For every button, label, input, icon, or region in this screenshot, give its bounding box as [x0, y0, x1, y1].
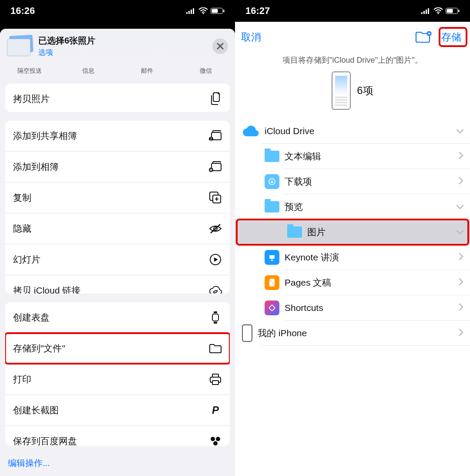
folder-name: 我的 iPhone [252, 327, 459, 339]
folder-row-我的-iPhone[interactable]: 我的 iPhone [235, 321, 470, 346]
save-info: 项目将存储到"iCloud Drive"上的"图片"。 6项 [235, 52, 470, 118]
play-icon [209, 253, 222, 266]
folder-list: iCloud Drive文本编辑下载项预览图片Keynote 讲演Pages 文… [235, 118, 470, 476]
battery-icon [211, 8, 225, 14]
wifi-icon [198, 7, 208, 14]
chevron-down-icon [456, 126, 464, 136]
selected-thumbnails [7, 35, 33, 57]
share-sheet: 已选择6张照片 选项 隔空投送 信息 邮件 微信 拷贝照片 [0, 29, 235, 476]
svg-rect-33 [447, 9, 453, 13]
nav-bar: 取消 存储 [235, 22, 470, 52]
icloud-icon [242, 125, 259, 138]
status-icons [421, 7, 460, 14]
svg-point-31 [437, 13, 439, 14]
pages-app-icon [265, 275, 279, 290]
baidu-icon [209, 435, 222, 446]
action-label: 复制 [13, 192, 31, 204]
close-icon [217, 43, 224, 50]
status-time: 16:26 [10, 5, 35, 17]
folder-name: 文本编辑 [279, 150, 459, 162]
wifi-icon [433, 7, 443, 14]
action-long-screenshot[interactable]: 创建长截图 P [5, 395, 230, 425]
share-target-wechat[interactable]: 微信 [176, 67, 235, 75]
action-label: 拷贝 iCloud 链接 [13, 284, 81, 293]
share-targets-row: 隔空投送 信息 邮件 微信 [0, 61, 235, 79]
status-bar-right: 16:27 [235, 0, 470, 22]
folder-name: 预览 [279, 201, 456, 213]
action-save-to-files[interactable]: 存储到"文件" [5, 333, 230, 364]
item-count: 6项 [357, 84, 373, 98]
action-slideshow[interactable]: 幻灯片 [5, 244, 230, 275]
svg-rect-28 [423, 11, 425, 14]
print-icon [209, 373, 222, 386]
svg-rect-20 [214, 322, 217, 324]
copy-docs-icon [209, 92, 222, 105]
sheet-header: 已选择6张照片 选项 [0, 29, 235, 61]
action-label: 创建长截图 [13, 404, 59, 416]
action-add-shared-album[interactable]: 添加到共享相簿 [5, 121, 230, 151]
action-print[interactable]: 打印 [5, 364, 230, 395]
svg-rect-6 [212, 9, 218, 13]
folder-row-下载项[interactable]: 下载项 [235, 169, 470, 194]
action-group-1: 拷贝照片 [5, 84, 230, 112]
action-hide[interactable]: 隐藏 [5, 213, 230, 244]
close-button[interactable] [212, 38, 228, 54]
share-target-messages[interactable]: 信息 [59, 67, 118, 75]
action-copy-photos[interactable]: 拷贝照片 [5, 84, 230, 112]
folder-row-文本编辑[interactable]: 文本编辑 [235, 144, 470, 169]
action-label: 添加到共享相簿 [13, 130, 77, 142]
action-save-baidu[interactable]: 保存到百度网盘 [5, 425, 230, 446]
action-create-watchface[interactable]: 创建表盘 [5, 302, 230, 333]
svg-point-24 [211, 437, 215, 441]
folder-blue-icon [265, 201, 279, 213]
add-album-icon [209, 160, 222, 173]
action-add-album[interactable]: 添加到相簿 [5, 151, 230, 182]
cellular-icon [421, 8, 431, 14]
share-target-airdrop[interactable]: 隔空投送 [0, 67, 59, 75]
svg-rect-7 [223, 10, 225, 12]
folder-row-Keynote-讲演[interactable]: Keynote 讲演 [235, 245, 470, 270]
options-link[interactable]: 选项 [38, 47, 207, 57]
chevron-right-icon [459, 277, 464, 288]
svg-rect-0 [186, 12, 188, 14]
watch-icon [209, 311, 222, 324]
action-group-2: 添加到共享相簿 添加到相簿 复制 隐藏 [5, 121, 230, 293]
folder-row-预览[interactable]: 预览 [235, 194, 470, 219]
svg-rect-23 [212, 381, 218, 385]
action-label: 拷贝照片 [13, 93, 50, 105]
duplicate-icon [209, 191, 222, 204]
folder-row-Shortcuts[interactable]: Shortcuts [235, 295, 470, 321]
shortcuts-app-icon [265, 300, 279, 315]
action-label: 存储到"文件" [13, 342, 65, 354]
folder-row-iCloud-Drive[interactable]: iCloud Drive [235, 118, 470, 144]
edit-actions-link[interactable]: 编辑操作... [0, 450, 235, 476]
save-button[interactable]: 存储 [439, 29, 464, 46]
chevron-right-icon [459, 151, 464, 162]
action-label: 保存到百度网盘 [13, 435, 77, 446]
files-save-screen: 取消 存储 项目将存储到"iCloud Drive"上的"图片"。 6项 iCl… [235, 22, 470, 476]
right-phone: 16:27 取消 存储 项目将存储到"iCloud Drive"上的"图片"。 … [235, 0, 470, 476]
preview-thumbnail [332, 71, 351, 110]
svg-point-4 [202, 13, 204, 14]
action-label: 添加到相簿 [13, 161, 59, 173]
action-group-3: 创建表盘 存储到"文件" 打印 创建长截图 [5, 302, 230, 446]
svg-point-17 [213, 290, 218, 294]
folder-name: iCloud Drive [259, 126, 456, 136]
svg-rect-2 [191, 10, 192, 14]
new-folder-button[interactable] [415, 30, 432, 44]
action-icloud-link[interactable]: 拷贝 iCloud 链接 [5, 275, 230, 293]
action-duplicate[interactable]: 复制 [5, 182, 230, 213]
svg-rect-29 [426, 10, 427, 14]
svg-rect-18 [212, 314, 218, 321]
share-target-mail[interactable]: 邮件 [118, 67, 176, 75]
svg-rect-37 [269, 255, 275, 259]
action-label: 隐藏 [13, 223, 31, 235]
svg-rect-30 [428, 8, 429, 14]
folder-row-Pages-文稿[interactable]: Pages 文稿 [235, 270, 470, 295]
chevron-down-icon [456, 202, 464, 212]
action-label: 创建表盘 [13, 311, 50, 324]
shared-album-icon [209, 129, 222, 142]
folder-name: 下载项 [279, 176, 459, 188]
folder-row-图片[interactable]: 图片 [235, 219, 470, 245]
cancel-button[interactable]: 取消 [241, 30, 261, 44]
